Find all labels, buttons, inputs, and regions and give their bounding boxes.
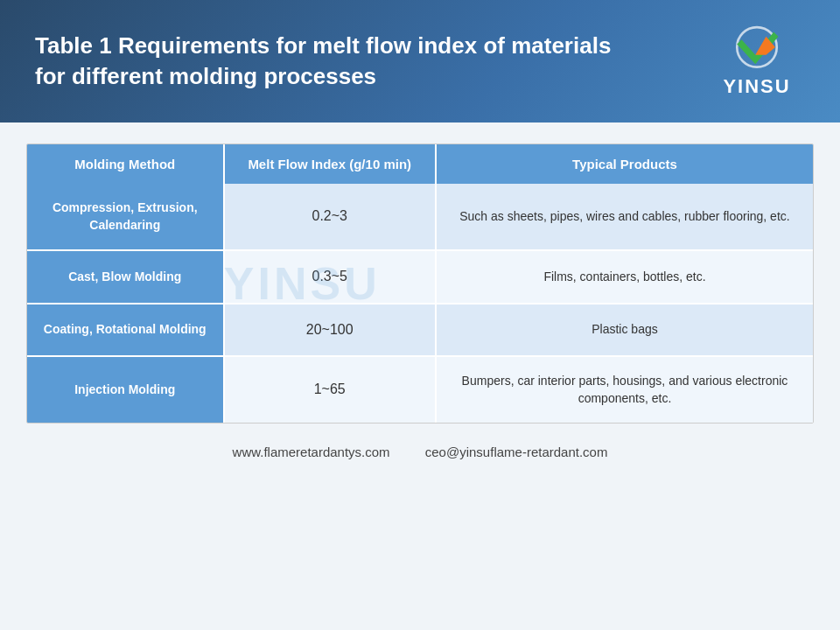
cell-mfi: 20~100	[224, 304, 436, 356]
cell-products: Films, containers, bottles, etc.	[436, 250, 813, 303]
page-title: Table 1 Requirements for melt flow index…	[35, 31, 630, 92]
table-wrapper: YINSU Molding Method Melt Flow Index (g/…	[26, 144, 814, 424]
footer-website: www.flameretardantys.com	[233, 444, 390, 459]
table-header-row: Molding Method Melt Flow Index (g/10 min…	[27, 144, 813, 184]
table-row: Injection Molding1~65Bumpers, car interi…	[27, 356, 813, 423]
col-header-products: Typical Products	[436, 144, 813, 184]
main-content: YINSU Molding Method Melt Flow Index (g/…	[0, 122, 840, 432]
table-row: Cast, Blow Molding0.3~5Films, containers…	[27, 250, 813, 303]
cell-products: Bumpers, car interior parts, housings, a…	[436, 356, 813, 423]
logo-container: YINSU	[709, 25, 805, 98]
page-footer: www.flameretardantys.com ceo@yinsuflame-…	[0, 432, 840, 459]
table-row: Compression, Extrusion, Calendaring0.2~3…	[27, 184, 813, 250]
logo-text: YINSU	[723, 75, 790, 98]
cell-mfi: 0.2~3	[224, 184, 436, 250]
cell-method: Compression, Extrusion, Calendaring	[27, 184, 224, 250]
col-header-method: Molding Method	[27, 144, 224, 184]
cell-mfi: 1~65	[224, 356, 436, 423]
table-row: Coating, Rotational Molding20~100Plastic…	[27, 304, 813, 356]
cell-products: Such as sheets, pipes, wires and cables,…	[436, 184, 813, 250]
col-header-mfi: Melt Flow Index (g/10 min)	[224, 144, 436, 184]
cell-method: Coating, Rotational Molding	[27, 304, 224, 356]
mfi-table: Molding Method Melt Flow Index (g/10 min…	[27, 144, 813, 423]
page-header: Table 1 Requirements for melt flow index…	[0, 0, 840, 122]
cell-method: Injection Molding	[27, 356, 224, 423]
cell-mfi: 0.3~5	[224, 250, 436, 303]
logo-icon	[726, 25, 788, 74]
footer-email: ceo@yinsuflame-retardant.com	[425, 444, 608, 459]
cell-products: Plastic bags	[436, 304, 813, 356]
cell-method: Cast, Blow Molding	[27, 250, 224, 303]
